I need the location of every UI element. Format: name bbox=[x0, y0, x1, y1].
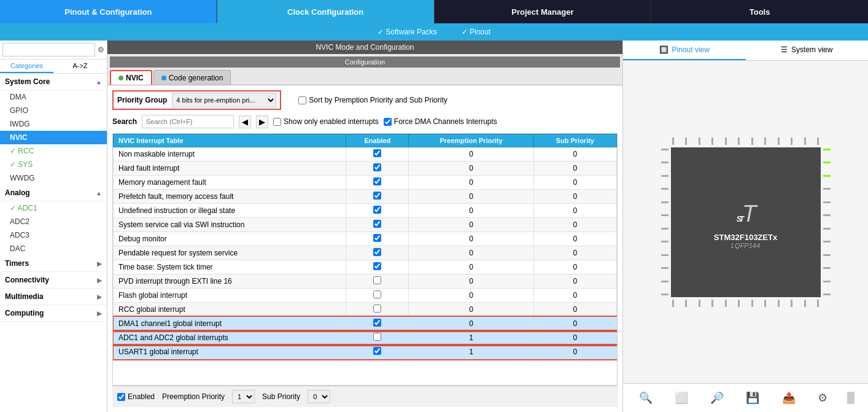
enabled-cb[interactable] bbox=[373, 305, 381, 313]
table-row: System service call via SWI instruction0… bbox=[114, 218, 617, 232]
sidebar-item-iwdg[interactable]: IWDG bbox=[0, 117, 107, 131]
enabled-cb[interactable] bbox=[373, 347, 381, 355]
zoom-out-button[interactable]: 🔎 bbox=[708, 389, 726, 407]
pin bbox=[804, 138, 806, 145]
col-interrupt-name: NVIC Interrupt Table bbox=[114, 134, 346, 147]
nav-project[interactable]: Project Manager bbox=[435, 0, 652, 23]
enabled-cb[interactable] bbox=[373, 262, 381, 270]
section-system-core-arrow: ▲ bbox=[96, 79, 102, 85]
search-next-icon[interactable]: ▶ bbox=[256, 115, 268, 128]
section-multimedia-header[interactable]: Multimedia ▶ bbox=[0, 289, 107, 305]
force-dma-checkbox[interactable] bbox=[384, 118, 392, 126]
bottom-preemption-select[interactable]: 1 0 2 bbox=[232, 390, 255, 403]
show-enabled-checkbox[interactable] bbox=[273, 118, 281, 126]
sub-nav-pinout[interactable]: ✓ Pinout bbox=[462, 28, 490, 36]
pin bbox=[823, 254, 831, 256]
chip-container: STT STM32F103ZETx LQFP144 bbox=[623, 61, 868, 383]
enabled-cb[interactable] bbox=[373, 206, 381, 214]
pin bbox=[661, 214, 668, 216]
pin bbox=[738, 138, 740, 145]
section-system-core-header[interactable]: System Core ▲ bbox=[0, 74, 107, 90]
sidebar-tab-az[interactable]: A->Z bbox=[53, 60, 107, 73]
nvic-tab-dot bbox=[118, 76, 123, 80]
section-multimedia: Multimedia ▶ bbox=[0, 289, 107, 305]
pin bbox=[711, 138, 713, 145]
pin bbox=[791, 300, 792, 307]
pin bbox=[699, 300, 700, 307]
save-image-button[interactable]: 💾 bbox=[743, 389, 762, 407]
tab-nvic[interactable]: NVIC bbox=[110, 70, 152, 85]
bottom-sub-priority-label: Sub Priority bbox=[262, 392, 300, 401]
enabled-cb[interactable] bbox=[373, 248, 381, 256]
sidebar-item-rcc[interactable]: RCC bbox=[0, 144, 107, 158]
pin bbox=[738, 300, 740, 307]
tab-system-view[interactable]: ☰ System view bbox=[746, 41, 869, 60]
show-enabled-label: Show only enabled interrupts bbox=[284, 117, 379, 126]
right-panel-header: 🔲 Pinout view ☰ System view bbox=[623, 41, 868, 61]
scrollbar-handle[interactable] bbox=[847, 392, 854, 404]
fit-button[interactable]: ⬜ bbox=[672, 389, 691, 407]
pin bbox=[661, 149, 668, 150]
search-input[interactable] bbox=[142, 115, 234, 128]
enabled-cb[interactable] bbox=[373, 319, 381, 327]
enabled-cb[interactable] bbox=[373, 163, 381, 171]
section-computing-label: Computing bbox=[5, 309, 44, 317]
sort-checkbox[interactable] bbox=[298, 96, 306, 104]
sidebar-tabs: Categories A->Z bbox=[0, 60, 107, 74]
section-analog-header[interactable]: Analog ▲ bbox=[0, 185, 107, 201]
nav-clock[interactable]: Clock Configuration bbox=[217, 0, 435, 23]
sidebar-tab-categories[interactable]: Categories bbox=[0, 60, 53, 73]
enabled-cb[interactable] bbox=[373, 177, 381, 185]
bottom-enabled-checkbox[interactable] bbox=[117, 393, 125, 401]
pin bbox=[661, 267, 668, 269]
sidebar-item-adc2[interactable]: ADC2 bbox=[0, 215, 107, 228]
table-row: PVD interrupt through EXTI line 1600 bbox=[114, 274, 617, 289]
pins-left bbox=[660, 147, 671, 297]
codegen-tab-dot bbox=[161, 76, 166, 80]
pin bbox=[751, 138, 753, 145]
enabled-cb[interactable] bbox=[373, 192, 381, 200]
sub-nav-software-packs[interactable]: ✓ Software Packs bbox=[378, 28, 437, 36]
force-dma-filter: Force DMA Channels Interrupts bbox=[384, 117, 497, 126]
bottom-sub-priority-select[interactable]: 0 1 bbox=[308, 390, 330, 403]
settings-button[interactable]: ⚙ bbox=[815, 389, 830, 407]
enabled-cb[interactable] bbox=[373, 234, 381, 242]
zoom-in-button[interactable]: 🔍 bbox=[637, 389, 655, 407]
sidebar-search-input[interactable] bbox=[2, 43, 95, 56]
sidebar-item-adc3[interactable]: ADC3 bbox=[0, 228, 107, 242]
sidebar-item-sys[interactable]: SYS bbox=[0, 158, 107, 171]
pin bbox=[823, 201, 831, 203]
table-row: Prefetch fault, memory access fault00 bbox=[114, 190, 617, 204]
sidebar-item-gpio[interactable]: GPIO bbox=[0, 104, 107, 117]
sidebar-item-dma[interactable]: DMA bbox=[0, 90, 107, 104]
nav-tools[interactable]: Tools bbox=[651, 0, 868, 23]
pin bbox=[817, 300, 819, 307]
section-timers-header[interactable]: Timers ▶ bbox=[0, 255, 107, 272]
section-timers-label: Timers bbox=[5, 259, 29, 268]
priority-group-select[interactable]: 4 bits for pre-emption pri... 3 bits for… bbox=[172, 93, 276, 107]
sidebar-item-adc1[interactable]: ✓ ADC1 bbox=[0, 201, 107, 215]
pin bbox=[672, 138, 674, 145]
sidebar-item-wwdg[interactable]: WWDG bbox=[0, 171, 107, 185]
enabled-cb[interactable] bbox=[373, 290, 381, 298]
tab-pinout-view[interactable]: 🔲 Pinout view bbox=[623, 41, 746, 60]
enabled-cb[interactable] bbox=[373, 220, 381, 228]
section-connectivity-header[interactable]: Connectivity ▶ bbox=[0, 272, 107, 289]
sidebar-gear-icon[interactable]: ⚙ bbox=[98, 45, 104, 54]
pin bbox=[661, 281, 668, 282]
nav-pinout[interactable]: Pinout & Configuration bbox=[0, 0, 217, 23]
sidebar-item-nvic[interactable]: NVIC bbox=[0, 131, 107, 144]
section-analog-label: Analog bbox=[5, 189, 30, 197]
priority-group-box: Priority Group 4 bits for pre-emption pr… bbox=[112, 90, 281, 110]
enabled-cb[interactable] bbox=[373, 276, 381, 284]
pin bbox=[672, 300, 674, 307]
enabled-cb[interactable] bbox=[373, 333, 381, 341]
tab-code-generation[interactable]: Code generation bbox=[153, 70, 231, 85]
section-computing-header[interactable]: Computing ▶ bbox=[0, 305, 107, 322]
search-prev-icon[interactable]: ◀ bbox=[239, 115, 251, 128]
enabled-cb[interactable] bbox=[373, 149, 381, 157]
section-multimedia-arrow: ▶ bbox=[97, 293, 102, 300]
sidebar-item-dac[interactable]: DAC bbox=[0, 242, 107, 255]
pin-active bbox=[823, 149, 831, 150]
export-button[interactable]: 📤 bbox=[780, 389, 798, 407]
